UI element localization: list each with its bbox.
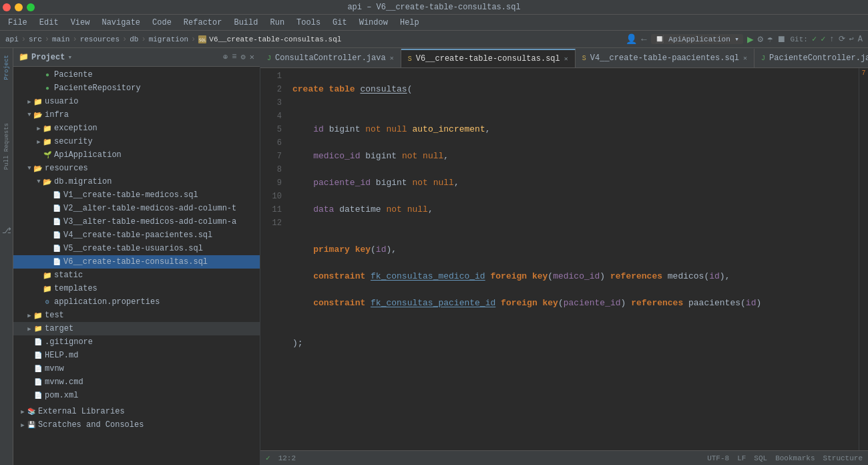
panel-dropdown-icon[interactable]: ▾ bbox=[67, 53, 72, 61]
error-count[interactable]: 7 bbox=[861, 69, 865, 77]
arrow-icon bbox=[25, 338, 33, 346]
tree-label-target: target bbox=[45, 324, 73, 333]
git-history-icon[interactable]: ⟳ bbox=[839, 34, 845, 44]
breadcrumb-resources[interactable]: resources bbox=[80, 35, 120, 43]
tree-item-v4[interactable]: 📄 V4__create-table-paacientes.sql bbox=[13, 228, 260, 242]
build-button[interactable]: ⚙ bbox=[758, 33, 763, 45]
tree-item-v2[interactable]: 📄 V2__alter-table-medicos-add-column-t bbox=[13, 202, 260, 215]
minimize-button[interactable] bbox=[15, 3, 23, 11]
code-editor[interactable]: 1 2 3 4 5 6 7 8 9 10 11 12 create table … bbox=[260, 68, 859, 450]
tree-item-helpmd[interactable]: 📄 HELP.md bbox=[13, 349, 260, 362]
tree-item-v6[interactable]: 📄 V6__create-table-consultas.sql bbox=[13, 255, 260, 269]
translate-icon[interactable]: A bbox=[858, 35, 863, 44]
maximize-button[interactable] bbox=[27, 3, 35, 11]
project-icon[interactable]: Project bbox=[1, 55, 13, 80]
tree-item-scratches[interactable]: ▶ 💾 Scratches and Consoles bbox=[13, 418, 260, 432]
breadcrumb-api[interactable]: api bbox=[5, 35, 19, 43]
stop-button[interactable]: ⏹ bbox=[777, 34, 786, 45]
sh-icon: 📄 bbox=[33, 364, 43, 373]
tree-item-app-props[interactable]: ⚙ application.properties bbox=[13, 295, 260, 309]
tree-item-paciente-repo[interactable]: ● PacienteRepository bbox=[13, 82, 260, 95]
tree-label-static: static bbox=[54, 271, 83, 280]
pull-requests-icon[interactable]: Pull Requests bbox=[1, 123, 13, 170]
tree-item-static[interactable]: 📁 static bbox=[13, 269, 260, 282]
add-icon[interactable]: ⊕ bbox=[223, 52, 228, 62]
breadcrumb-file[interactable]: SQL V6__create-table-consultas.sql bbox=[198, 35, 341, 43]
breadcrumb-main[interactable]: main bbox=[52, 35, 69, 43]
breadcrumb-migration[interactable]: migration bbox=[149, 35, 188, 43]
menu-refactor[interactable]: Refactor bbox=[178, 17, 228, 29]
encoding-label[interactable]: UTF-8 bbox=[707, 454, 729, 462]
git-check-icon[interactable]: ✓ bbox=[812, 34, 817, 44]
close-button[interactable] bbox=[3, 3, 11, 11]
breadcrumb-db[interactable]: db bbox=[130, 35, 138, 43]
tree-item-v1[interactable]: 📄 V1__create-table-medicos.sql bbox=[13, 188, 260, 202]
back-button[interactable]: ← bbox=[641, 34, 646, 45]
menu-code[interactable]: Code bbox=[147, 17, 177, 29]
tree-item-mvnwcmd[interactable]: 📄 mvnw.cmd bbox=[13, 375, 260, 389]
settings-icon[interactable]: ⚙ bbox=[241, 52, 246, 62]
tree-item-security[interactable]: ▶ 📁 security bbox=[13, 135, 260, 148]
menu-build[interactable]: Build bbox=[228, 17, 263, 29]
menu-run[interactable]: Run bbox=[264, 17, 290, 29]
tree-item-apiapplication[interactable]: 🌱 ApiApplication bbox=[13, 148, 260, 162]
tree-item-v3[interactable]: 📄 V3__alter-table-medicos-add-column-a bbox=[13, 215, 260, 228]
breadcrumb-src[interactable]: src bbox=[29, 35, 42, 43]
tree-item-target[interactable]: ▶ 📁 target bbox=[13, 322, 260, 335]
tree-label-v4: V4__create-table-paacientes.sql bbox=[63, 230, 212, 240]
tree-item-v5[interactable]: 📄 V5__create-table-usuarios.sql bbox=[13, 242, 260, 255]
git-push-icon[interactable]: ↑ bbox=[829, 35, 834, 44]
sql-icon: 📄 bbox=[52, 217, 61, 226]
tree-item-gitignore[interactable]: 📄 .gitignore bbox=[13, 335, 260, 349]
code-content[interactable]: create table consultas( id bigint not nu… bbox=[287, 68, 859, 450]
git-revert-icon[interactable]: ↩ bbox=[849, 34, 854, 44]
window-controls[interactable] bbox=[3, 3, 35, 11]
git-icon-left[interactable]: ⎇ bbox=[1, 226, 13, 236]
tree-item-pom[interactable]: 📄 pom.xml bbox=[13, 389, 260, 402]
menu-file[interactable]: File bbox=[3, 17, 33, 29]
tab-close-icon[interactable]: ✕ bbox=[743, 54, 747, 62]
git-check2-icon[interactable]: ✓ bbox=[821, 34, 825, 44]
menu-bar: File Edit View Navigate Code Refactor Bu… bbox=[0, 15, 868, 31]
coverage-button[interactable]: ☂ bbox=[767, 33, 773, 45]
menu-edit[interactable]: Edit bbox=[34, 17, 64, 29]
tree-item-mvnw[interactable]: 📄 mvnw bbox=[13, 362, 260, 375]
menu-git[interactable]: Git bbox=[327, 17, 353, 29]
tree-item-db-migration[interactable]: ▼ 📂 db.migration bbox=[13, 175, 260, 188]
arrow-icon bbox=[35, 285, 43, 293]
user-icon[interactable]: 👤 bbox=[626, 33, 637, 45]
tree-item-paciente[interactable]: ● Paciente bbox=[13, 68, 260, 82]
tab-consulta-ctrl[interactable]: J ConsultaController.java ✕ bbox=[260, 49, 401, 67]
close-panel-icon[interactable]: ✕ bbox=[250, 52, 254, 62]
svg-text:SQL: SQL bbox=[199, 37, 206, 42]
tree-item-resources[interactable]: ▼ 📂 resources bbox=[13, 162, 260, 175]
menu-window[interactable]: Window bbox=[354, 17, 393, 29]
tab-close-icon[interactable]: ✕ bbox=[390, 54, 394, 62]
tab-v4-sql[interactable]: S V4__create-table-paacientes.sql ✕ bbox=[576, 49, 754, 67]
tab-paciente-ctrl[interactable]: J PacienteController.java ✕ bbox=[754, 49, 868, 67]
code-line-12: ); bbox=[292, 337, 859, 350]
tree-item-exception[interactable]: ▶ 📁 exception bbox=[13, 122, 260, 135]
run-configuration[interactable]: 🔲 ApiApplication ▾ bbox=[651, 34, 743, 44]
menu-help[interactable]: Help bbox=[395, 17, 425, 29]
folder-icon: 📁 bbox=[43, 284, 52, 293]
tab-v6-sql[interactable]: S V6__create-table-consultas.sql ✕ bbox=[401, 49, 576, 67]
tree-item-test[interactable]: ▶ 📁 test bbox=[13, 309, 260, 322]
menu-view[interactable]: View bbox=[65, 17, 95, 29]
tab-close-icon[interactable]: ✕ bbox=[564, 55, 568, 63]
collapse-icon[interactable]: ≡ bbox=[232, 52, 236, 62]
menu-navigate[interactable]: Navigate bbox=[96, 17, 146, 29]
tree-item-external-libs[interactable]: ▶ 📚 External Libraries bbox=[13, 405, 260, 418]
menu-tools[interactable]: Tools bbox=[291, 17, 326, 29]
arrow-icon: ▶ bbox=[19, 408, 27, 416]
arrow-icon bbox=[44, 204, 52, 212]
arrow-icon bbox=[35, 151, 43, 159]
git-branch-status: ✓ bbox=[266, 454, 270, 462]
run-button[interactable]: ▶ bbox=[747, 33, 754, 46]
file-type-label[interactable]: SQL bbox=[754, 454, 767, 462]
tree-item-usuario[interactable]: ▶ 📁 usuario bbox=[13, 95, 260, 108]
line-ending-label[interactable]: LF bbox=[737, 454, 746, 462]
tree-item-templates[interactable]: 📁 templates bbox=[13, 282, 260, 295]
tree-item-infra[interactable]: ▼ 📂 infra bbox=[13, 108, 260, 122]
folder-open-icon: 📂 bbox=[33, 110, 43, 120]
